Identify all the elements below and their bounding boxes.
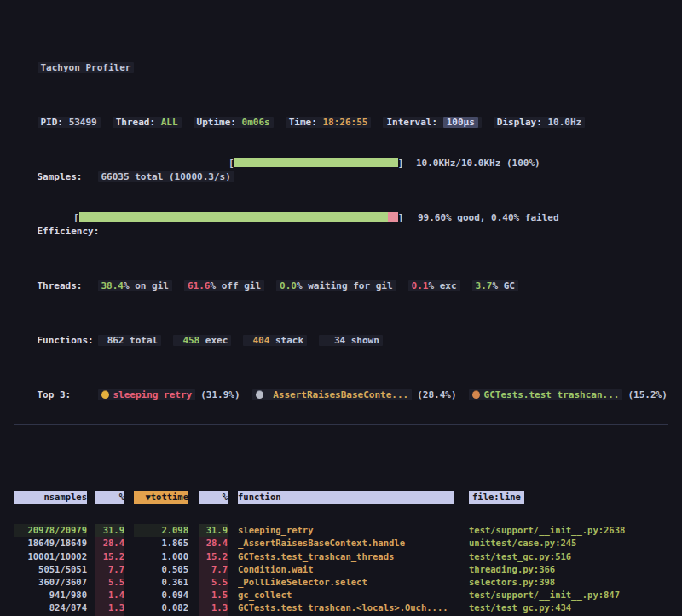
file-line-cell: test/support/__init__.py:2638 bbox=[469, 524, 682, 537]
off-gil-value: 61.6 bbox=[188, 280, 211, 291]
bracket-close: ] bbox=[398, 158, 404, 169]
stat-time: Time: 18:26:55 bbox=[286, 117, 372, 128]
tottime-cell: 1.000 bbox=[134, 550, 188, 563]
column-header-direct-pct[interactable]: % bbox=[95, 491, 124, 504]
stat-thread: Thread: ALL bbox=[113, 117, 182, 128]
function-cell: gc_collect bbox=[238, 589, 454, 602]
function-cell: GCTests.test_trashcan.<locals>.Ouch.... bbox=[238, 602, 454, 614]
waiting-gil-value: 0.0 bbox=[280, 280, 297, 291]
table-row[interactable]: 18649/1864928.41.86528.4_AssertRaisesBas… bbox=[0, 537, 682, 550]
bracket-close: ] bbox=[398, 212, 404, 223]
time-label: Time: bbox=[289, 117, 317, 128]
function-cell: GCTests.test_trashcan_threads bbox=[238, 550, 454, 563]
table-row[interactable]: 5051/50517.70.5057.7Condition.waitthread… bbox=[0, 563, 682, 576]
efficiency-row: Efficiency: [] 99.60% good, 0.40% failed bbox=[0, 211, 682, 225]
column-header-file-line[interactable]: file:line bbox=[469, 491, 524, 504]
functions-total-value: 862 bbox=[101, 334, 124, 348]
uptime-label: Uptime: bbox=[197, 117, 236, 128]
file-line-cell: test/test_gc.py:516 bbox=[469, 550, 682, 563]
functions-total-suffix: total bbox=[124, 335, 159, 346]
function-cell: _AssertRaisesBaseContext.handle bbox=[238, 537, 454, 550]
file-line-cell: selectors.py:398 bbox=[469, 576, 682, 589]
exc-value: 0.1 bbox=[412, 280, 429, 291]
table-row[interactable]: 20978/2097931.92.09831.9sleeping_retryte… bbox=[0, 524, 682, 537]
top3-entry-2: _AssertRaisesBaseConte... bbox=[252, 389, 413, 400]
stat-uptime: Uptime: 0m06s bbox=[194, 117, 274, 128]
function-cell: sleeping_retry bbox=[238, 524, 454, 537]
direct-pct-cell: 5.5 bbox=[95, 576, 124, 589]
cumulative-pct-cell: 15.2 bbox=[199, 550, 228, 563]
top3-entry-3-name: GCTests.test_trashcan... bbox=[484, 389, 620, 400]
efficiency-good-fill bbox=[79, 212, 389, 222]
stat-interval: Interval: 100µs bbox=[383, 117, 481, 128]
top3-entry-2-name: _AssertRaisesBaseConte... bbox=[268, 389, 409, 400]
bracket-open: [ bbox=[73, 212, 79, 223]
direct-pct-cell: 15.2 bbox=[95, 550, 124, 563]
stat-display: Display: 10.0Hz bbox=[494, 117, 585, 128]
table-header-row: nsamples % ▼tottime % function file:line bbox=[0, 491, 682, 504]
function-cell: Condition.wait bbox=[238, 563, 454, 576]
efficiency-failed-fill bbox=[388, 212, 397, 222]
threads-gc: 3.7% GC bbox=[472, 280, 518, 291]
functions-exec-suffix: exec bbox=[199, 335, 228, 346]
off-gil-suffix: % off gil bbox=[210, 280, 261, 291]
file-line-cell: test/support/__init__.py:847 bbox=[469, 589, 682, 602]
top3-row: Top 3:sleeping_retry(31.9%)_AssertRaises… bbox=[0, 375, 682, 389]
table-row[interactable]: 941/9801.40.0941.5gc_collecttest/support… bbox=[0, 589, 682, 602]
functions-label: Functions: bbox=[38, 334, 98, 348]
cumulative-pct-cell: 1.5 bbox=[199, 589, 228, 602]
on-gil-suffix: % on gil bbox=[124, 280, 169, 291]
cumulative-pct-cell: 28.4 bbox=[199, 537, 228, 550]
interval-value: 100µs bbox=[443, 117, 478, 128]
column-header-cumulative-pct[interactable]: % bbox=[199, 491, 228, 504]
functions-stack-suffix: stack bbox=[269, 335, 303, 346]
threads-row: Threads:38.4% on gil61.6% off gil0.0% wa… bbox=[0, 266, 682, 279]
time-value: 18:26:55 bbox=[322, 117, 367, 128]
direct-pct-cell: 1.3 bbox=[95, 602, 124, 614]
display-label: Display: bbox=[497, 117, 542, 128]
display-value: 10.0Hz bbox=[547, 117, 581, 128]
nsamples-cell: 5051/5051 bbox=[14, 563, 87, 576]
thread-label: Thread: bbox=[116, 117, 155, 128]
cumulative-pct-cell: 5.5 bbox=[199, 576, 228, 589]
exc-suffix: % exc bbox=[428, 280, 456, 291]
nsamples-cell: 18649/18649 bbox=[14, 537, 87, 550]
nsamples-cell: 941/980 bbox=[14, 589, 87, 602]
waiting-gil-suffix: % waiting for gil bbox=[297, 280, 393, 291]
column-header-nsamples[interactable]: nsamples bbox=[14, 491, 87, 504]
efficiency-label: Efficiency: bbox=[38, 226, 100, 237]
tottime-cell: 0.082 bbox=[134, 602, 188, 614]
top3-entry-3: GCTests.test_trashcan... bbox=[469, 389, 623, 400]
table-row[interactable]: 3607/36075.50.3615.5_PollLikeSelector.se… bbox=[0, 576, 682, 589]
samples-label: Samples: bbox=[38, 170, 98, 184]
tottime-cell: 0.361 bbox=[134, 576, 188, 589]
bracket-open: [ bbox=[228, 158, 234, 169]
efficiency-summary: 99.60% good, 0.40% failed bbox=[418, 211, 559, 225]
functions-exec: 458 exec bbox=[173, 335, 231, 346]
tachyon-profiler-screen: Tachyon Profiler PID: 53499Thread: ALLUp… bbox=[0, 0, 682, 616]
threads-on-gil: 38.4% on gil bbox=[98, 280, 172, 291]
nsamples-cell: 824/874 bbox=[14, 602, 87, 614]
samples-row: Samples:66035 total (10000.3/s) [] 10.0K… bbox=[0, 157, 682, 170]
efficiency-bar-wrap: [] bbox=[73, 211, 403, 225]
tottime-cell: 1.865 bbox=[134, 537, 188, 550]
functions-row: Functions:862 total458 exec404 stack34 s… bbox=[0, 320, 682, 334]
functions-shown: 34 shown bbox=[319, 335, 383, 346]
functions-exec-value: 458 bbox=[176, 334, 199, 348]
functions-shown-suffix: shown bbox=[345, 335, 379, 346]
nsamples-cell: 20978/20979 bbox=[14, 524, 87, 537]
column-header-tottime-sorted[interactable]: ▼tottime bbox=[134, 491, 188, 504]
table-row[interactable]: 824/8741.30.0821.3GCTests.test_trashcan.… bbox=[0, 602, 682, 614]
bronze-medal-icon bbox=[472, 391, 480, 399]
on-gil-value: 38.4 bbox=[101, 280, 124, 291]
column-header-function[interactable]: function bbox=[238, 491, 454, 504]
separator-line bbox=[14, 424, 668, 425]
stat-pid: PID: 53499 bbox=[38, 117, 101, 128]
top3-entry-2-pct: (28.4%) bbox=[417, 389, 456, 400]
table-row[interactable]: 10001/1000215.21.00015.2GCTests.test_tra… bbox=[0, 550, 682, 563]
samples-rate: 10.0KHz/10.0KHz (100%) bbox=[416, 157, 540, 170]
status-bar: PID: 53499Thread: ALLUptime: 0m06sTime: … bbox=[0, 102, 682, 116]
gc-suffix: % GC bbox=[492, 280, 515, 291]
top3-entry-1-name: sleeping_retry bbox=[113, 389, 193, 400]
samples-bar-fill bbox=[234, 158, 398, 167]
